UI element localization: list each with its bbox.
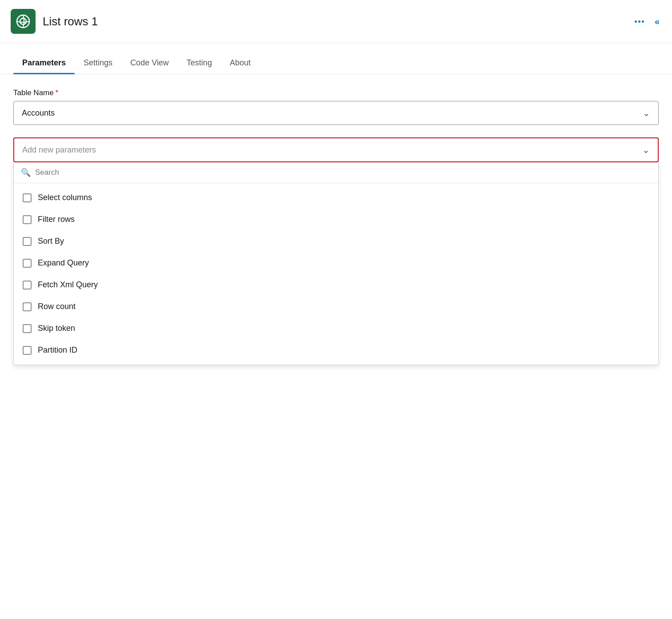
dot2 (638, 20, 640, 23)
param-sort-by[interactable]: Sort By (14, 230, 658, 252)
content-area: Table Name * Accounts ⌄ Add new paramete… (0, 74, 672, 379)
params-checkbox-list: Select columns Filter rows Sort By Expan… (14, 183, 658, 365)
param-label-sort-by: Sort By (38, 237, 64, 246)
param-label-expand-query: Expand Query (38, 258, 89, 268)
checkbox-fetch-xml-query[interactable] (23, 281, 32, 289)
table-name-select[interactable]: Accounts ⌄ (13, 101, 659, 125)
param-label-filter-rows: Filter rows (38, 215, 75, 224)
tab-settings[interactable]: Settings (75, 52, 121, 74)
table-name-value: Accounts (22, 109, 55, 118)
app-logo-icon (15, 13, 31, 29)
checkbox-filter-rows[interactable] (23, 215, 32, 224)
params-dropdown-panel: 🔍 Select columns Filter rows (13, 162, 659, 365)
param-filter-rows[interactable]: Filter rows (14, 209, 658, 230)
param-select-columns[interactable]: Select columns (14, 187, 658, 209)
header-actions: « (631, 16, 659, 27)
param-label-select-columns: Select columns (38, 193, 92, 202)
checkbox-sort-by[interactable] (23, 237, 32, 246)
checkbox-skip-token[interactable] (23, 324, 32, 333)
add-params-placeholder: Add new parameters (22, 145, 96, 155)
header: List rows 1 « (0, 0, 672, 43)
param-label-skip-token: Skip token (38, 324, 75, 333)
param-fetch-xml-query[interactable]: Fetch Xml Query (14, 274, 658, 296)
checkbox-row-count[interactable] (23, 302, 32, 311)
required-indicator: * (56, 89, 58, 97)
page-title: List rows 1 (43, 15, 98, 28)
more-options-button[interactable] (631, 19, 648, 24)
tabs-bar: Parameters Settings Code View Testing Ab… (0, 52, 672, 74)
table-name-chevron-icon: ⌄ (643, 108, 650, 118)
dot3 (642, 20, 644, 23)
tab-testing[interactable]: Testing (178, 52, 221, 74)
add-params-section: Add new parameters ⌄ 🔍 Select columns (13, 137, 659, 365)
add-params-chevron-icon: ⌄ (642, 145, 650, 155)
param-skip-token[interactable]: Skip token (14, 318, 658, 339)
search-icon: 🔍 (21, 168, 31, 177)
tab-about[interactable]: About (221, 52, 260, 74)
header-left: List rows 1 (11, 9, 98, 34)
search-box: 🔍 (14, 162, 658, 183)
collapse-button[interactable]: « (655, 16, 659, 27)
param-partition-id[interactable]: Partition ID (14, 339, 658, 361)
tab-code-view[interactable]: Code View (121, 52, 178, 74)
checkbox-expand-query[interactable] (23, 259, 32, 268)
dot1 (635, 20, 637, 23)
checkbox-partition-id[interactable] (23, 346, 32, 355)
app-icon (11, 9, 36, 34)
param-label-fetch-xml-query: Fetch Xml Query (38, 280, 98, 289)
search-input[interactable] (35, 168, 651, 177)
param-label-row-count: Row count (38, 302, 76, 311)
table-name-label: Table Name * (13, 88, 659, 97)
param-row-count[interactable]: Row count (14, 296, 658, 318)
tab-parameters[interactable]: Parameters (13, 52, 75, 74)
param-label-partition-id: Partition ID (38, 346, 77, 355)
checkbox-select-columns[interactable] (23, 193, 32, 202)
add-params-dropdown[interactable]: Add new parameters ⌄ (13, 137, 659, 162)
param-expand-query[interactable]: Expand Query (14, 252, 658, 274)
app-container: List rows 1 « Parameters Settings Code V… (0, 0, 672, 619)
svg-point-1 (20, 18, 26, 24)
